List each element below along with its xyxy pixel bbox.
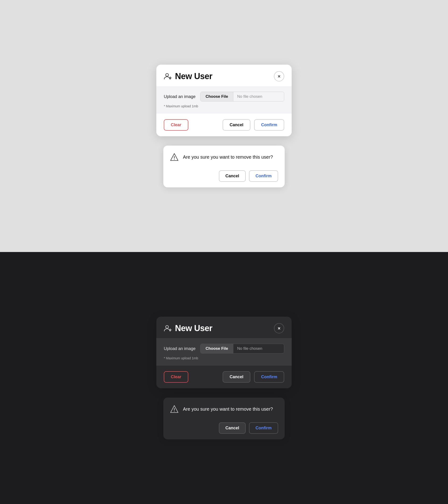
- warning-icon-dark: [170, 405, 179, 414]
- max-upload-note-light: * Maximum upload 1mb: [164, 104, 284, 108]
- modal-footer-light: Clear Cancel Confirm: [156, 114, 292, 136]
- cancel-button-dark[interactable]: Cancel: [223, 371, 250, 383]
- new-user-modal-dark: New User × Upload an image Choose File N…: [156, 317, 292, 388]
- modal-title-dark: New User: [175, 324, 212, 333]
- modal-body-light: Upload an image Choose File No file chos…: [156, 86, 292, 114]
- warning-icon-light: [170, 153, 179, 162]
- file-input-wrapper-dark: Choose File No file chosen: [200, 344, 284, 354]
- clear-button-dark[interactable]: Clear: [164, 371, 188, 383]
- modal-header-left-light: New User: [164, 72, 212, 81]
- upload-row-light: Upload an image Choose File No file chos…: [164, 92, 284, 102]
- modal-header-dark: New User ×: [156, 317, 292, 338]
- choose-file-button-dark[interactable]: Choose File: [200, 344, 233, 353]
- confirm-dialog-light: Are you sure you want to remove this use…: [163, 145, 285, 187]
- modal-header-left-dark: New User: [164, 324, 212, 333]
- close-button-light[interactable]: ×: [274, 71, 284, 81]
- cancel-button-light[interactable]: Cancel: [223, 119, 250, 131]
- upload-label-dark: Upload an image: [164, 346, 196, 351]
- confirm-dialog-confirm-button-dark[interactable]: Confirm: [249, 422, 278, 434]
- confirm-dialog-body-light: Are you sure you want to remove this use…: [163, 145, 285, 167]
- confirm-dialog-body-dark: Are you sure you want to remove this use…: [163, 397, 285, 419]
- modal-header-light: New User ×: [156, 65, 292, 86]
- modal-body-dark: Upload an image Choose File No file chos…: [156, 338, 292, 366]
- modal-footer-dark: Clear Cancel Confirm: [156, 366, 292, 388]
- confirm-dialog-cancel-button-light[interactable]: Cancel: [219, 170, 246, 182]
- confirm-dialog-message-dark: Are you sure you want to remove this use…: [183, 406, 273, 412]
- choose-file-button-light[interactable]: Choose File: [200, 92, 233, 101]
- confirm-dialog-confirm-button-light[interactable]: Confirm: [249, 170, 278, 182]
- confirm-dialog-dark: Are you sure you want to remove this use…: [163, 397, 285, 439]
- max-upload-note-dark: * Maximum upload 1mb: [164, 356, 284, 360]
- svg-point-5: [166, 325, 168, 328]
- confirm-button-light[interactable]: Confirm: [254, 119, 284, 131]
- upload-row-dark: Upload an image Choose File No file chos…: [164, 344, 284, 354]
- file-input-wrapper-light: Choose File No file chosen: [200, 92, 284, 102]
- new-user-modal-light: New User × Upload an image Choose File N…: [156, 65, 292, 136]
- add-user-icon-dark: [164, 324, 172, 332]
- confirm-button-dark[interactable]: Confirm: [254, 371, 284, 383]
- confirm-dialog-footer-dark: Cancel Confirm: [163, 419, 285, 439]
- confirm-dialog-cancel-button-dark[interactable]: Cancel: [219, 422, 246, 434]
- modal-title-light: New User: [175, 72, 212, 81]
- light-section: New User × Upload an image Choose File N…: [0, 0, 448, 252]
- upload-label-light: Upload an image: [164, 94, 196, 99]
- svg-point-4: [174, 159, 175, 160]
- add-user-icon-light: [164, 72, 172, 80]
- no-file-text-dark: No file chosen: [233, 344, 266, 353]
- dark-section: New User × Upload an image Choose File N…: [0, 252, 448, 504]
- svg-point-9: [174, 411, 175, 412]
- no-file-text-light: No file chosen: [233, 92, 266, 101]
- clear-button-light[interactable]: Clear: [164, 119, 188, 131]
- confirm-dialog-message-light: Are you sure you want to remove this use…: [183, 154, 273, 160]
- svg-point-0: [166, 73, 168, 76]
- confirm-dialog-footer-light: Cancel Confirm: [163, 167, 285, 187]
- close-button-dark[interactable]: ×: [274, 323, 284, 333]
